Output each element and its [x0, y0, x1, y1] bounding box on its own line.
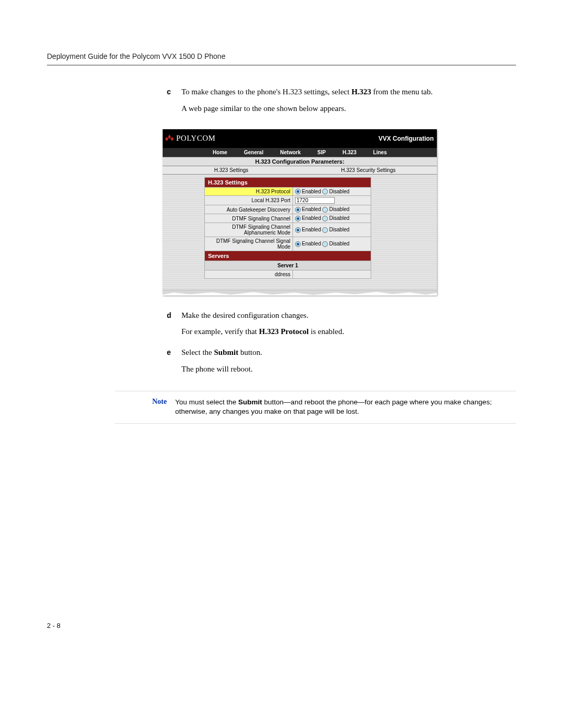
radio-protocol-disabled[interactable]: [322, 189, 328, 194]
step-letter-d: d: [167, 310, 181, 343]
section-servers: Servers: [205, 251, 371, 261]
polycom-logo-icon: [165, 134, 174, 143]
lbl-dtmf-alpha: DTMF Signaling Channel Alphanumeric Mode: [205, 223, 293, 237]
scr-body: H.323 Settings H.323 Protocol Enabled Di…: [163, 175, 437, 290]
step-c-p1b: H.323: [351, 88, 371, 96]
radio-dtmfs-disabled[interactable]: [322, 241, 328, 247]
config-screenshot: POLYCOM VVX Configuration Home General N…: [163, 129, 437, 295]
doc-header: Deployment Guide for the Polycom VVX 150…: [47, 52, 516, 65]
step-c-p1a: To make changes to the phone's H.323 set…: [181, 88, 351, 96]
server1-title: Server 1: [205, 261, 371, 270]
input-port[interactable]: [295, 197, 335, 204]
subtabs: H.323 Settings H.323 Security Settings: [163, 166, 437, 175]
row-dtmf: DTMF Signaling Channel Enabled Disabled: [205, 214, 371, 223]
step-c-p1c: from the menu tab.: [371, 88, 433, 96]
lbl-protocol: H.323 Protocol: [205, 187, 293, 196]
scr-menu: Home General Network SIP H.323 Lines: [163, 148, 437, 157]
note-label: Note: [115, 398, 175, 417]
step-c-p2: A web page similar to the one shown belo…: [181, 103, 516, 115]
step-e-p1: Select the Submit button.: [181, 347, 516, 359]
polycom-logo-text: POLYCOM: [176, 134, 215, 143]
svg-marker-0: [168, 134, 170, 139]
scr-title: VVX Configuration: [378, 135, 434, 142]
radio-gk-disabled[interactable]: [322, 207, 328, 213]
row-port: Local H.323 Port: [205, 196, 371, 205]
radio-dtmfa-disabled[interactable]: [322, 227, 328, 233]
radio-dtmfa-enabled[interactable]: [295, 227, 301, 233]
step-c-p1: To make changes to the phone's H.323 set…: [181, 87, 516, 98]
radio-protocol-enabled[interactable]: [295, 189, 301, 194]
note-text-a: You must select the: [175, 398, 238, 406]
lbl-cutoff: ddress: [205, 270, 293, 279]
row-dtmf-signal: DTMF Signaling Channel Signal Mode Enabl…: [205, 237, 371, 251]
radio-dtmfs-enabled[interactable]: [295, 241, 301, 247]
opt-enabled: Enabled: [302, 189, 321, 194]
row-cutoff: ddress: [205, 270, 371, 279]
subtab-settings[interactable]: H.323 Settings: [163, 166, 300, 174]
lbl-gatekeeper: Auto Gatekeeper Discovery: [205, 205, 293, 214]
row-gatekeeper: Auto Gatekeeper Discovery Enabled Disabl…: [205, 205, 371, 214]
step-e-p2: The phone will reboot.: [181, 364, 516, 375]
row-dtmf-alpha: DTMF Signaling Channel Alphanumeric Mode…: [205, 223, 371, 237]
step-c: c To make changes to the phone's H.323 s…: [167, 87, 516, 120]
step-e: e Select the Submit button. The phone wi…: [167, 347, 516, 380]
note-body: You must select the Submit button—and re…: [175, 398, 516, 417]
header-rule: [47, 65, 516, 66]
params-title: H.323 Configuration Parameters:: [163, 157, 437, 166]
step-e-p1a: Select the: [181, 348, 214, 356]
lbl-port: Local H.323 Port: [205, 196, 293, 205]
section-settings: H.323 Settings: [205, 177, 371, 187]
menu-h323[interactable]: H.323: [342, 150, 357, 155]
radio-dtmf-enabled[interactable]: [295, 216, 301, 221]
menu-home[interactable]: Home: [213, 150, 227, 155]
step-e-p1b: Submit: [214, 348, 238, 356]
step-d-p2b: H.323 Protocol: [259, 327, 309, 336]
step-d-p2c: is enabled.: [309, 327, 344, 336]
step-d-p2: For example, verify that H.323 Protocol …: [181, 326, 516, 338]
opt-enabled4: Enabled: [302, 227, 321, 232]
step-d: d Make the desired configuration changes…: [167, 310, 516, 343]
lbl-dtmf: DTMF Signaling Channel: [205, 214, 293, 223]
step-letter-e: e: [167, 347, 181, 380]
opt-disabled2: Disabled: [329, 206, 349, 212]
radio-gk-enabled[interactable]: [295, 207, 301, 213]
menu-network[interactable]: Network: [280, 150, 300, 155]
torn-edge: [163, 290, 437, 295]
opt-enabled2: Enabled: [302, 206, 321, 212]
step-letter-c: c: [167, 87, 181, 120]
svg-marker-2: [170, 137, 174, 141]
scr-topbar: POLYCOM VVX Configuration: [163, 129, 437, 148]
note-text-b: Submit: [238, 398, 262, 406]
step-d-p2a: For example, verify that: [181, 327, 259, 336]
opt-disabled3: Disabled: [329, 215, 349, 221]
radio-dtmf-disabled[interactable]: [322, 216, 328, 221]
page-number: 2 - 8: [47, 622, 516, 630]
opt-enabled3: Enabled: [302, 215, 321, 221]
svg-marker-1: [165, 137, 168, 141]
row-protocol: H.323 Protocol Enabled Disabled: [205, 187, 371, 196]
opt-disabled4: Disabled: [329, 227, 349, 232]
opt-disabled: Disabled: [329, 189, 349, 194]
step-e-p1c: button.: [238, 348, 262, 356]
menu-sip[interactable]: SIP: [317, 150, 326, 155]
subtab-security[interactable]: H.323 Security Settings: [300, 166, 437, 174]
menu-lines[interactable]: Lines: [373, 150, 387, 155]
opt-disabled5: Disabled: [329, 241, 349, 246]
menu-general[interactable]: General: [244, 150, 263, 155]
step-d-p1: Make the desired configuration changes.: [181, 310, 516, 322]
opt-enabled5: Enabled: [302, 241, 321, 246]
note-block: Note You must select the Submit button—a…: [115, 391, 516, 424]
lbl-dtmf-signal: DTMF Signaling Channel Signal Mode: [205, 237, 293, 251]
settings-table: H.323 Settings H.323 Protocol Enabled Di…: [204, 177, 371, 279]
